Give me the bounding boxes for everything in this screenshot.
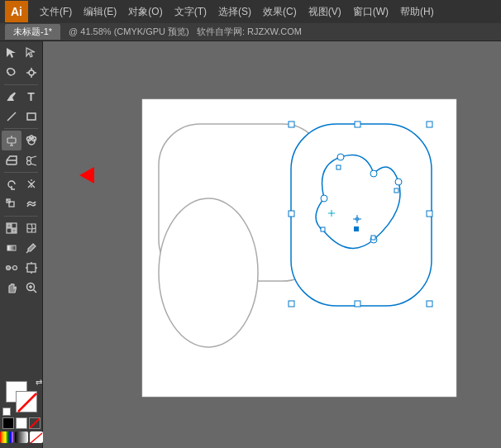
svg-point-62 xyxy=(337,154,344,160)
type-tool[interactable]: T xyxy=(21,87,41,107)
select-tool[interactable] xyxy=(2,43,21,63)
lasso-tool[interactable] xyxy=(2,63,21,83)
color-section: ⇄ xyxy=(0,378,42,446)
eyedropper-tool[interactable] xyxy=(21,238,41,258)
svg-line-19 xyxy=(31,156,36,158)
svg-point-33 xyxy=(12,266,17,270)
document-tab[interactable]: 未标题-1* xyxy=(5,24,60,40)
rectangle-tool[interactable] xyxy=(21,107,41,126)
menu-object[interactable]: 对象(O) xyxy=(123,3,167,21)
svg-rect-69 xyxy=(321,227,325,231)
tab-bar: 未标题-1* @ 41.58% (CMYK/GPU 预览) 软件自学网: RJZ… xyxy=(0,23,501,41)
svg-rect-50 xyxy=(289,122,294,127)
tool-group-transform xyxy=(0,174,42,214)
tool-group-pen: T xyxy=(0,87,42,126)
graph-tool[interactable] xyxy=(2,218,21,238)
zoom-tool[interactable] xyxy=(21,278,41,298)
scissors-tool[interactable] xyxy=(21,150,41,170)
eraser-tool[interactable] xyxy=(2,150,21,170)
small-swatches xyxy=(2,417,41,429)
menu-file[interactable]: 文件(F) xyxy=(35,3,77,21)
title-bar: Ai 文件(F) 编辑(E) 对象(O) 文字(T) 选择(S) 效果(C) 视… xyxy=(0,0,501,23)
svg-line-45 xyxy=(31,433,42,443)
scale-tool[interactable] xyxy=(2,194,21,214)
svg-rect-28 xyxy=(7,224,11,227)
svg-rect-29 xyxy=(12,229,16,232)
svg-point-4 xyxy=(29,70,34,75)
svg-rect-72 xyxy=(336,165,341,169)
gradient-mode-button[interactable] xyxy=(15,431,28,443)
gradient-tool[interactable] xyxy=(2,238,21,258)
toolbar: T xyxy=(0,41,43,448)
menu-type[interactable]: 文字(T) xyxy=(169,3,212,21)
swap-colors-button[interactable]: ⇄ xyxy=(36,378,42,387)
svg-point-32 xyxy=(6,266,10,270)
svg-point-58 xyxy=(321,195,327,202)
svg-point-60 xyxy=(395,179,402,185)
main-area: T xyxy=(0,41,501,448)
svg-rect-30 xyxy=(7,245,16,250)
svg-rect-6 xyxy=(27,113,36,120)
menu-help[interactable]: 帮助(H) xyxy=(395,3,439,21)
svg-line-5 xyxy=(7,112,16,121)
black-swatch[interactable] xyxy=(2,417,14,429)
canvas-area xyxy=(43,41,501,448)
menu-effect[interactable]: 效果(C) xyxy=(258,3,302,21)
svg-rect-54 xyxy=(355,122,360,127)
svg-line-41 xyxy=(33,290,36,293)
svg-rect-63 xyxy=(354,226,359,231)
svg-rect-55 xyxy=(355,301,360,307)
line-tool[interactable] xyxy=(2,107,21,126)
svg-line-44 xyxy=(18,393,36,412)
tool-group-paint xyxy=(0,131,42,170)
tab-info: @ 41.58% (CMYK/GPU 预览) 软件自学网: RJZXW.COM xyxy=(69,26,302,38)
white-swatch[interactable] xyxy=(16,417,27,429)
svg-rect-49 xyxy=(291,124,432,306)
menu-edit[interactable]: 编辑(E) xyxy=(79,3,122,21)
svg-rect-7 xyxy=(7,138,16,143)
svg-rect-16 xyxy=(7,160,17,164)
blend-tool[interactable] xyxy=(2,258,21,278)
svg-rect-52 xyxy=(289,301,294,307)
warp-tool[interactable] xyxy=(21,194,41,214)
none-mode-button[interactable] xyxy=(30,431,43,443)
svg-rect-35 xyxy=(27,264,36,272)
svg-line-20 xyxy=(31,164,36,165)
svg-rect-51 xyxy=(427,122,432,127)
ai-logo: Ai xyxy=(5,1,28,22)
tool-group-select xyxy=(0,43,42,83)
svg-point-18 xyxy=(26,161,31,165)
artwork-canvas xyxy=(93,66,498,446)
svg-rect-53 xyxy=(427,301,432,307)
pen-tool[interactable] xyxy=(2,87,21,107)
stroke-swatch[interactable] xyxy=(16,391,37,412)
menu-view[interactable]: 视图(V) xyxy=(303,3,346,21)
svg-point-15 xyxy=(30,136,33,139)
default-colors-button[interactable] xyxy=(2,407,11,416)
svg-line-31 xyxy=(26,251,28,253)
color-mode-button[interactable] xyxy=(0,431,13,443)
svg-rect-71 xyxy=(394,188,398,193)
menu-window[interactable]: 窗口(W) xyxy=(348,3,394,21)
svg-point-48 xyxy=(159,198,258,347)
svg-rect-56 xyxy=(289,211,294,217)
fill-stroke-container: ⇄ xyxy=(6,381,37,412)
blob-brush-tool[interactable] xyxy=(21,131,41,150)
menu-select[interactable]: 选择(S) xyxy=(213,3,256,21)
none-swatch[interactable] xyxy=(29,417,41,429)
artboard-tool[interactable] xyxy=(21,258,41,278)
reflect-tool[interactable] xyxy=(21,174,41,194)
svg-rect-57 xyxy=(427,211,432,217)
menu-bar: 文件(F) 编辑(E) 对象(O) 文字(T) 选择(S) 效果(C) 视图(V… xyxy=(35,3,496,21)
direct-select-tool[interactable] xyxy=(21,43,41,63)
mesh-tool[interactable] xyxy=(21,218,41,238)
arrow-shape xyxy=(79,167,94,183)
hand-tool[interactable] xyxy=(2,278,21,298)
rotate-tool[interactable] xyxy=(2,174,21,194)
svg-point-17 xyxy=(26,157,31,161)
magic-wand-tool[interactable] xyxy=(21,63,41,83)
tool-group-other xyxy=(0,218,42,298)
tool-indicator-arrow xyxy=(79,167,93,183)
paintbrush-tool[interactable] xyxy=(2,131,21,150)
svg-rect-70 xyxy=(371,236,375,240)
